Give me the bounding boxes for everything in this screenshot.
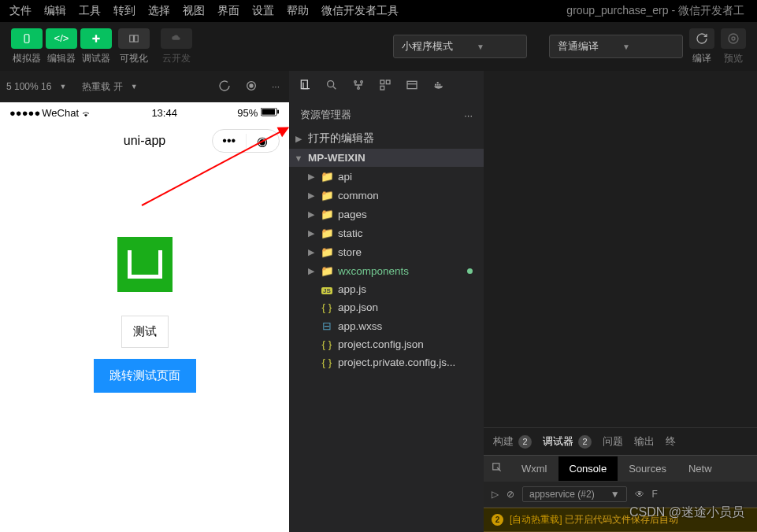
devtool-console[interactable]: Console bbox=[558, 456, 618, 481]
simulator-button[interactable] bbox=[11, 28, 43, 49]
play-icon[interactable]: ▷ bbox=[492, 489, 499, 500]
tab-problems[interactable]: 问题 bbox=[603, 434, 623, 449]
menu-edit[interactable]: 编辑 bbox=[38, 1, 72, 21]
explorer-panel: 资源管理器 ··· ▶打开的编辑器 ▼MP-WEIXIN ▶📁api ▶📁com… bbox=[289, 71, 484, 532]
compile-label: 普通编译 bbox=[558, 39, 599, 54]
svg-point-16 bbox=[358, 87, 360, 90]
file-appjson[interactable]: { }app.json bbox=[289, 298, 484, 316]
tab-build[interactable]: 构建2 bbox=[493, 434, 532, 449]
visual-button[interactable] bbox=[118, 28, 150, 49]
svg-point-13 bbox=[328, 81, 334, 87]
tab-debugger[interactable]: 调试器2 bbox=[543, 434, 592, 449]
explorer-title: 资源管理器 bbox=[300, 108, 351, 122]
folder-api[interactable]: ▶📁api bbox=[289, 167, 484, 186]
label-debugger: 调试器 bbox=[80, 52, 112, 65]
menu-select[interactable]: 选择 bbox=[142, 1, 176, 21]
branch-icon[interactable] bbox=[352, 79, 365, 94]
file-projectprivate[interactable]: { }project.private.config.js... bbox=[289, 353, 484, 371]
menu-settings[interactable]: 设置 bbox=[246, 1, 280, 21]
label-compile: 编译 bbox=[692, 52, 711, 65]
svg-rect-2 bbox=[95, 35, 97, 42]
jump-button[interactable]: 跳转测试页面 bbox=[94, 359, 196, 393]
devtool-network[interactable]: Netw bbox=[677, 456, 723, 481]
svg-rect-10 bbox=[262, 109, 275, 114]
files-icon[interactable] bbox=[299, 79, 311, 94]
filter-input[interactable]: F bbox=[652, 489, 658, 500]
svg-rect-19 bbox=[380, 86, 384, 90]
test-button[interactable]: 测试 bbox=[121, 316, 169, 348]
folder-store[interactable]: ▶📁store bbox=[289, 242, 484, 261]
devtool-wxml[interactable]: Wxml bbox=[510, 456, 558, 481]
svg-point-6 bbox=[732, 37, 735, 40]
tab-output[interactable]: 输出 bbox=[634, 434, 655, 449]
menu-tools[interactable]: 工具 bbox=[72, 1, 107, 21]
phone-preview: ●●●●● WeChat 13:44 95% uni-app ••• ◉ 测试 … bbox=[0, 102, 289, 532]
docker-icon[interactable] bbox=[432, 79, 447, 94]
svg-rect-11 bbox=[277, 110, 279, 114]
folder-common[interactable]: ▶📁common bbox=[289, 186, 484, 205]
menu-view[interactable]: 视图 bbox=[176, 1, 211, 21]
inspect-icon[interactable] bbox=[484, 456, 510, 482]
zoom-label[interactable]: 5 100% 16 bbox=[6, 81, 51, 92]
status-battery: 95% bbox=[237, 107, 280, 119]
svg-rect-0 bbox=[24, 34, 29, 42]
menu-help[interactable]: 帮助 bbox=[280, 1, 315, 21]
folder-pages[interactable]: ▶📁pages bbox=[289, 205, 484, 224]
svg-point-14 bbox=[354, 81, 357, 83]
refresh-icon[interactable] bbox=[215, 76, 234, 98]
open-editors[interactable]: ▶打开的编辑器 bbox=[289, 128, 484, 149]
file-appjs[interactable]: JSapp.js bbox=[289, 280, 484, 298]
clear-icon[interactable]: ⊘ bbox=[507, 489, 514, 500]
debugger-button[interactable] bbox=[80, 28, 112, 49]
status-carrier: ●●●●● WeChat bbox=[9, 107, 91, 119]
uni-logo bbox=[117, 237, 173, 292]
devtool-sources[interactable]: Sources bbox=[618, 456, 677, 481]
menu-file[interactable]: 文件 bbox=[3, 1, 38, 21]
svg-rect-18 bbox=[386, 80, 390, 84]
more-icon[interactable]: ··· bbox=[269, 78, 283, 95]
menu-ui[interactable]: 界面 bbox=[211, 1, 246, 21]
root-folder[interactable]: ▼MP-WEIXIN bbox=[289, 149, 484, 167]
preview-button[interactable] bbox=[721, 28, 746, 49]
watermark: CSDN @迷途小员员 bbox=[629, 504, 744, 521]
file-appwxss[interactable]: ⊟app.wxss bbox=[289, 316, 484, 335]
reload-label[interactable]: 热重载 开 bbox=[82, 80, 122, 94]
folder-static[interactable]: ▶📁static bbox=[289, 224, 484, 242]
panel-icon[interactable] bbox=[406, 79, 418, 94]
capsule-more-icon[interactable]: ••• bbox=[213, 134, 247, 148]
chevron-down-icon: ▼ bbox=[131, 83, 138, 91]
compile-button[interactable] bbox=[689, 28, 714, 49]
folder-wxcomponents[interactable]: ▶📁wxcomponents bbox=[289, 261, 484, 280]
file-projectconfig[interactable]: { }project.config.json bbox=[289, 335, 484, 353]
extensions-icon[interactable] bbox=[379, 79, 391, 94]
app-title: uni-app bbox=[124, 134, 165, 148]
compile-dropdown[interactable]: 普通编译▼ bbox=[549, 35, 683, 58]
warning-count-icon: 2 bbox=[492, 514, 503, 526]
svg-rect-4 bbox=[135, 35, 139, 41]
svg-rect-23 bbox=[439, 84, 440, 86]
toolbar: </> 模拟器 编辑器 调试器 可视化 云开发 小程序模式▼ 普通编译▼ 编译 bbox=[0, 22, 757, 71]
record-icon[interactable] bbox=[242, 76, 261, 98]
editor-button[interactable]: </> bbox=[46, 28, 77, 49]
more-icon[interactable]: ··· bbox=[464, 109, 473, 121]
chevron-down-icon: ▼ bbox=[59, 83, 66, 91]
svg-rect-21 bbox=[435, 84, 436, 86]
menu-devtools[interactable]: 微信开发者工具 bbox=[315, 1, 405, 21]
tab-terminal[interactable]: 终 bbox=[666, 434, 676, 449]
mode-dropdown[interactable]: 小程序模式▼ bbox=[393, 35, 527, 58]
svg-rect-24 bbox=[437, 82, 439, 83]
context-select[interactable]: appservice (#2)▼ bbox=[522, 486, 627, 502]
svg-rect-17 bbox=[380, 80, 384, 84]
svg-rect-12 bbox=[301, 80, 307, 89]
menu-goto[interactable]: 转到 bbox=[107, 1, 142, 21]
svg-rect-3 bbox=[130, 35, 134, 41]
eye-icon[interactable]: 👁 bbox=[635, 489, 644, 500]
menubar: 文件 编辑 工具 转到 选择 视图 界面 设置 帮助 微信开发者工具 group… bbox=[0, 0, 757, 22]
label-simulator: 模拟器 bbox=[11, 52, 43, 65]
svg-point-8 bbox=[250, 84, 253, 87]
status-time: 13:44 bbox=[151, 107, 177, 119]
search-icon[interactable] bbox=[325, 79, 338, 94]
label-editor: 编辑器 bbox=[46, 52, 77, 65]
svg-rect-20 bbox=[407, 81, 417, 88]
window-title: group_purchase_erp - 微信开发者工 bbox=[405, 4, 754, 18]
